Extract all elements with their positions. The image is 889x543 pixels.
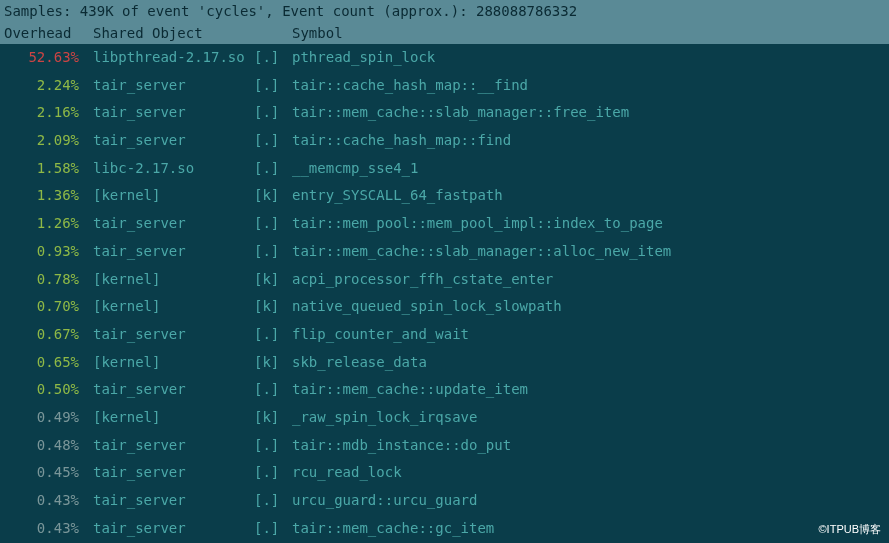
table-row[interactable]: 2.24%tair_server[.]tair::cache_hash_map:…	[0, 72, 889, 100]
shared-object: tair_server	[79, 213, 254, 235]
overhead-value: 1.36%	[4, 185, 79, 207]
symbol-name: __memcmp_sse4_1	[292, 158, 418, 180]
table-row[interactable]: 1.58%libc-2.17.so[.]__memcmp_sse4_1	[0, 155, 889, 183]
symbol-tag: [.]	[254, 102, 292, 124]
symbol-tag: [.]	[254, 75, 292, 97]
overhead-value: 0.50%	[4, 379, 79, 401]
shared-object: [kernel]	[79, 269, 254, 291]
symbol-name: skb_release_data	[292, 352, 427, 374]
symbol-tag: [k]	[254, 185, 292, 207]
symbol-name: entry_SYSCALL_64_fastpath	[292, 185, 503, 207]
symbol-name: tair::cache_hash_map::find	[292, 130, 511, 152]
overhead-value: 0.93%	[4, 241, 79, 263]
perf-columns-header: OverheadShared ObjectSymbol	[0, 22, 889, 44]
overhead-value: 1.26%	[4, 213, 79, 235]
shared-object: tair_server	[79, 435, 254, 457]
table-row[interactable]: 0.78%[kernel][k]acpi_processor_ffh_cstat…	[0, 266, 889, 294]
symbol-tag: [.]	[254, 324, 292, 346]
symbol-tag: [.]	[254, 213, 292, 235]
table-row[interactable]: 2.09%tair_server[.]tair::cache_hash_map:…	[0, 127, 889, 155]
shared-object: tair_server	[79, 462, 254, 484]
symbol-tag: [k]	[254, 269, 292, 291]
shared-object: libpthread-2.17.so	[79, 47, 254, 69]
shared-object: [kernel]	[79, 296, 254, 318]
symbol-name: tair::mem_pool::mem_pool_impl::index_to_…	[292, 213, 663, 235]
overhead-value: 2.09%	[4, 130, 79, 152]
symbol-tag: [k]	[254, 407, 292, 429]
symbol-tag: [k]	[254, 352, 292, 374]
symbol-tag: [.]	[254, 241, 292, 263]
overhead-value: 0.45%	[4, 462, 79, 484]
symbol-tag: [.]	[254, 490, 292, 512]
table-row[interactable]: 1.26%tair_server[.]tair::mem_pool::mem_p…	[0, 210, 889, 238]
overhead-value: 1.58%	[4, 158, 79, 180]
table-row[interactable]: 0.48%tair_server[.]tair::mdb_instance::d…	[0, 432, 889, 460]
shared-object: tair_server	[79, 490, 254, 512]
table-row[interactable]: 0.43%tair_server[.]urcu_guard::urcu_guar…	[0, 487, 889, 515]
symbol-name: native_queued_spin_lock_slowpath	[292, 296, 562, 318]
shared-object: tair_server	[79, 324, 254, 346]
table-row[interactable]: 0.93%tair_server[.]tair::mem_cache::slab…	[0, 238, 889, 266]
perf-header-summary: Samples: 439K of event 'cycles', Event c…	[0, 0, 889, 22]
overhead-value: 2.16%	[4, 102, 79, 124]
perf-rows: 52.63%libpthread-2.17.so[.]pthread_spin_…	[0, 44, 889, 543]
symbol-name: tair::cache_hash_map::__find	[292, 75, 528, 97]
symbol-tag: [.]	[254, 130, 292, 152]
watermark: ©ITPUB博客	[819, 522, 882, 537]
overhead-value: 0.78%	[4, 269, 79, 291]
symbol-name: tair::mem_cache::slab_manager::alloc_new…	[292, 241, 671, 263]
table-row[interactable]: 0.45%tair_server[.]rcu_read_lock	[0, 459, 889, 487]
table-row[interactable]: 2.16%tair_server[.]tair::mem_cache::slab…	[0, 99, 889, 127]
shared-object: [kernel]	[79, 352, 254, 374]
overhead-value: 52.63%	[4, 47, 79, 69]
symbol-name: flip_counter_and_wait	[292, 324, 469, 346]
table-row[interactable]: 0.49%[kernel][k]_raw_spin_lock_irqsave	[0, 404, 889, 432]
table-row[interactable]: 0.50%tair_server[.]tair::mem_cache::upda…	[0, 376, 889, 404]
symbol-name: pthread_spin_lock	[292, 47, 435, 69]
symbol-name: tair::mem_cache::slab_manager::free_item	[292, 102, 629, 124]
col-shared: Shared Object	[79, 25, 254, 41]
shared-object: tair_server	[79, 130, 254, 152]
table-row[interactable]: 0.65%[kernel][k]skb_release_data	[0, 349, 889, 377]
overhead-value: 0.70%	[4, 296, 79, 318]
overhead-value: 0.67%	[4, 324, 79, 346]
symbol-name: _raw_spin_lock_irqsave	[292, 407, 477, 429]
symbol-name: urcu_guard::urcu_guard	[292, 490, 477, 512]
symbol-name: tair::mem_cache::gc_item	[292, 518, 494, 540]
symbol-tag: [.]	[254, 435, 292, 457]
symbol-tag: [.]	[254, 518, 292, 540]
shared-object: [kernel]	[79, 185, 254, 207]
symbol-tag: [.]	[254, 158, 292, 180]
table-row[interactable]: 0.70%[kernel][k]native_queued_spin_lock_…	[0, 293, 889, 321]
symbol-name: tair::mem_cache::update_item	[292, 379, 528, 401]
shared-object: tair_server	[79, 518, 254, 540]
col-symbol: Symbol	[292, 25, 343, 41]
col-overhead: Overhead	[4, 25, 79, 41]
symbol-name: tair::mdb_instance::do_put	[292, 435, 511, 457]
symbol-tag: [.]	[254, 47, 292, 69]
symbol-name: acpi_processor_ffh_cstate_enter	[292, 269, 553, 291]
overhead-value: 0.65%	[4, 352, 79, 374]
shared-object: tair_server	[79, 102, 254, 124]
table-row[interactable]: 52.63%libpthread-2.17.so[.]pthread_spin_…	[0, 44, 889, 72]
overhead-value: 0.49%	[4, 407, 79, 429]
symbol-tag: [.]	[254, 379, 292, 401]
symbol-tag: [k]	[254, 296, 292, 318]
overhead-value: 0.43%	[4, 518, 79, 540]
overhead-value: 0.48%	[4, 435, 79, 457]
table-row[interactable]: 0.43%tair_server[.]tair::mem_cache::gc_i…	[0, 515, 889, 543]
shared-object: libc-2.17.so	[79, 158, 254, 180]
shared-object: tair_server	[79, 379, 254, 401]
shared-object: [kernel]	[79, 407, 254, 429]
overhead-value: 2.24%	[4, 75, 79, 97]
table-row[interactable]: 0.67%tair_server[.]flip_counter_and_wait	[0, 321, 889, 349]
symbol-name: rcu_read_lock	[292, 462, 402, 484]
shared-object: tair_server	[79, 75, 254, 97]
table-row[interactable]: 1.36%[kernel][k]entry_SYSCALL_64_fastpat…	[0, 182, 889, 210]
symbol-tag: [.]	[254, 462, 292, 484]
shared-object: tair_server	[79, 241, 254, 263]
overhead-value: 0.43%	[4, 490, 79, 512]
